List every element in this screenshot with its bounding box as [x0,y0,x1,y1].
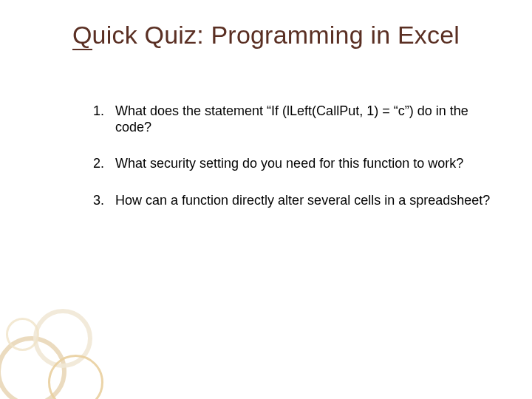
title-underline-letter: Q [72,21,92,50]
list-item: What security setting do you need for th… [108,156,499,172]
title-remainder: uick Quiz: Programming in Excel [92,21,460,49]
question-list: What does the statement “If (lLeft(CallP… [87,103,499,229]
list-item: How can a function directly alter severa… [108,193,499,209]
ring-icon [48,355,103,399]
list-item: What does the statement “If (lLeft(CallP… [108,103,499,135]
slide: Quick Quiz: Programming in Excel What do… [0,0,532,399]
ring-icon [6,318,39,351]
slide-title: Quick Quiz: Programming in Excel [0,21,532,50]
question-text: How can a function directly alter severa… [115,193,490,208]
decorative-rings [0,296,103,399]
question-text: What security setting do you need for th… [115,156,463,171]
question-text: What does the statement “If (lLeft(CallP… [115,103,468,134]
